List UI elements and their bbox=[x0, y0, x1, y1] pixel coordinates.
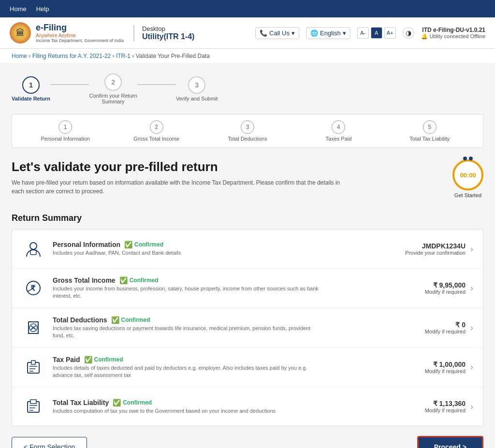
inner-step-circle-1: 1 bbox=[58, 120, 72, 134]
card-amount-personal: JMDPK1234U bbox=[398, 242, 466, 250]
card-info-income: Gross Total Income ✅ Confirmed Includes … bbox=[53, 276, 390, 300]
card-subtitle-tax-paid: Includes details of taxes deducted and p… bbox=[53, 364, 323, 379]
timer-display: 00:00 bbox=[460, 172, 476, 179]
step-connector-1 bbox=[50, 84, 89, 85]
card-right-personal: JMDPK1234U Provide your confirmation bbox=[398, 242, 466, 256]
call-us-label: Call Us bbox=[269, 29, 290, 37]
card-subtitle-income: Includes your income from business, prof… bbox=[53, 285, 323, 300]
card-amount-income: ₹ 9,95,000 bbox=[398, 281, 466, 289]
confirmed-badge-tax-paid: ✅ Confirmed bbox=[84, 356, 123, 363]
logo-area: 🏛 e-Filing Anywhere Anytime Income Tax D… bbox=[10, 22, 124, 43]
timer-area: 00:00 Get Started bbox=[452, 159, 483, 198]
outer-step-2: 2 Confirm your Return Summary bbox=[89, 73, 137, 104]
breadcrumb-home[interactable]: Home bbox=[12, 53, 27, 59]
inner-step-label-5: Total Tax Liability bbox=[409, 136, 450, 142]
contrast-toggle[interactable]: ◑ bbox=[403, 27, 414, 39]
card-info-deductions: Total Deductions ✅ Confirmed Includes ta… bbox=[53, 316, 390, 340]
chevron-personal: › bbox=[470, 244, 473, 254]
font-increase-button[interactable]: A+ bbox=[384, 27, 396, 39]
card-right-income: ₹ 9,95,000 Modify if required bbox=[398, 281, 466, 295]
card-right-tax-paid: ₹ 1,00,000 Modify if required bbox=[398, 361, 466, 374]
proceed-button[interactable]: Proceed > bbox=[417, 436, 483, 448]
main-content: 1 Validate Return 2 Confirm your Return … bbox=[0, 64, 495, 448]
outer-step-circle-2: 2 bbox=[104, 73, 122, 91]
outer-step-label-2: Confirm your Return Summary bbox=[89, 93, 137, 104]
page-header: 🏛 e-Filing Anywhere Anytime Income Tax D… bbox=[0, 17, 495, 49]
outer-step-3: 3 Verify and Submit bbox=[176, 76, 218, 101]
outer-step-label-1: Validate Return bbox=[12, 96, 50, 101]
font-controls: A- A A+ bbox=[357, 27, 396, 39]
inner-step-2: 2 Gross Total Income bbox=[111, 120, 202, 142]
logo-subtitle: Income Tax Department, Government of Ind… bbox=[36, 38, 124, 43]
efiling-tagline: Anywhere Anytime bbox=[36, 33, 124, 38]
outer-step-circle-1: 1 bbox=[22, 76, 40, 94]
breadcrumb-itr1[interactable]: ITR-1 bbox=[116, 53, 131, 59]
card-icon-tax-liability bbox=[22, 395, 45, 418]
top-navigation: Home Help bbox=[0, 0, 495, 17]
call-us-dropdown-icon: ▾ bbox=[291, 29, 295, 37]
lang-label: English bbox=[320, 29, 341, 37]
lang-dropdown-icon: ▾ bbox=[343, 29, 346, 37]
card-icon-deductions bbox=[22, 316, 45, 339]
footer-buttons: < Form Selection Proceed > bbox=[12, 426, 483, 448]
nav-help[interactable]: Help bbox=[36, 5, 49, 13]
breadcrumb-current: Validate Your Pre-Filled Data bbox=[136, 53, 210, 59]
phone-icon: 📞 bbox=[260, 29, 267, 37]
summary-cards: Personal Information ✅ Confirmed Include… bbox=[12, 229, 483, 426]
breadcrumb-filing[interactable]: Filing Returns for A.Y. 2021-22 bbox=[32, 53, 111, 59]
card-tax-liability[interactable]: Total Tax Liability ✅ Confirmed Includes… bbox=[12, 387, 483, 426]
offline-text: Utility connected Offline bbox=[430, 33, 485, 39]
card-icon-personal bbox=[22, 237, 45, 260]
chevron-tax-liability: › bbox=[470, 402, 473, 412]
card-title-income: Gross Total Income ✅ Confirmed bbox=[53, 276, 390, 284]
timer-label: Get Started bbox=[454, 192, 481, 198]
card-action-deductions: Modify if required bbox=[398, 329, 466, 334]
card-title-tax-liability: Total Tax Liability ✅ Confirmed bbox=[53, 399, 390, 406]
card-action-tax-paid: Modify if required bbox=[398, 368, 466, 374]
nav-home[interactable]: Home bbox=[10, 5, 27, 13]
card-title-tax-paid: Tax Paid ✅ Confirmed bbox=[53, 356, 390, 363]
header-controls: 📞 Call Us ▾ 🌐 English ▾ A- A A+ ◑ ITD e-… bbox=[255, 27, 485, 40]
font-normal-button[interactable]: A bbox=[371, 27, 382, 39]
inner-step-circle-2: 2 bbox=[150, 120, 163, 134]
card-gross-income[interactable]: ₹ Gross Total Income ✅ Confirmed Include… bbox=[12, 269, 483, 308]
form-selection-button[interactable]: < Form Selection bbox=[12, 437, 87, 448]
check-icon-tax-liability: ✅ bbox=[113, 399, 121, 406]
return-summary-title: Return Summary bbox=[12, 213, 483, 223]
timer-top-dots bbox=[463, 157, 473, 160]
card-info-personal: Personal Information ✅ Confirmed Include… bbox=[53, 241, 390, 257]
outer-step-label-3: Verify and Submit bbox=[176, 96, 218, 101]
timer-circle: 00:00 bbox=[452, 159, 483, 190]
utility-label: Utility(ITR 1-4) bbox=[142, 32, 194, 41]
card-amount-deductions: ₹ 0 bbox=[398, 321, 466, 329]
card-right-deductions: ₹ 0 Modify if required bbox=[398, 321, 466, 334]
outer-step-1: 1 Validate Return bbox=[12, 76, 50, 101]
card-subtitle-personal: Includes your Aadhaar, PAN, Contact and … bbox=[53, 249, 323, 257]
confirmed-badge-personal: ✅ Confirmed bbox=[124, 241, 163, 248]
check-icon-personal: ✅ bbox=[124, 241, 132, 248]
offline-icon: 🔔 bbox=[421, 33, 428, 40]
inner-step-4: 4 Taxes Paid bbox=[293, 120, 384, 142]
header-title: Desktop Utility(ITR 1-4) bbox=[133, 25, 194, 41]
inner-step-circle-5: 5 bbox=[423, 120, 437, 134]
font-decrease-button[interactable]: A- bbox=[357, 27, 369, 39]
confirmed-badge-income: ✅ Confirmed bbox=[119, 276, 159, 284]
card-info-tax-paid: Tax Paid ✅ Confirmed Includes details of… bbox=[53, 356, 390, 379]
inner-step-label-3: Total Deductions bbox=[228, 136, 267, 142]
outer-step-circle-3: 3 bbox=[188, 76, 205, 94]
language-selector[interactable]: 🌐 English ▾ bbox=[306, 27, 350, 39]
section-subtext: We have pre-filled your return based on … bbox=[12, 178, 340, 196]
card-deductions[interactable]: Total Deductions ✅ Confirmed Includes ta… bbox=[12, 308, 483, 348]
chevron-tax-paid: › bbox=[470, 362, 473, 372]
check-icon-deductions: ✅ bbox=[111, 316, 119, 324]
logo-text: e-Filing Anywhere Anytime Income Tax Dep… bbox=[36, 23, 124, 43]
call-us-button[interactable]: 📞 Call Us ▾ bbox=[255, 27, 299, 39]
card-personal-info[interactable]: Personal Information ✅ Confirmed Include… bbox=[12, 230, 483, 269]
confirmed-badge-tax-liability: ✅ Confirmed bbox=[113, 399, 152, 406]
inner-step-5: 5 Total Tax Liability bbox=[384, 120, 475, 142]
card-tax-paid[interactable]: Tax Paid ✅ Confirmed Includes details of… bbox=[12, 348, 483, 388]
inner-step-label-1: Personal Information bbox=[41, 136, 90, 142]
inner-step-label-2: Gross Total Income bbox=[133, 136, 179, 142]
check-icon-income: ✅ bbox=[119, 276, 128, 284]
card-action-personal: Provide your confirmation bbox=[398, 250, 466, 256]
